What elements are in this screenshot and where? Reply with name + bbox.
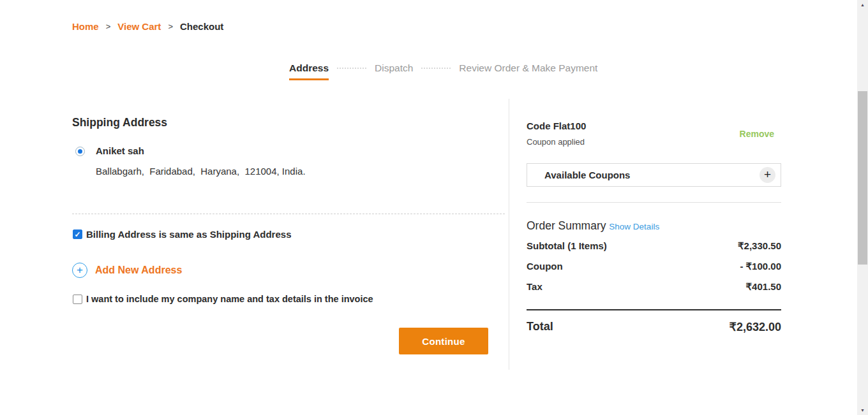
address-text: Ballabgarh, Faridabad, Haryana, 121004, …	[96, 166, 306, 177]
total-value: ₹2,632.00	[729, 320, 781, 334]
step-connector	[421, 68, 451, 69]
summary-row-label: Subtotal (1 Items)	[527, 240, 607, 252]
shipping-section: Shipping Address Aniket sah Ballabgarh, …	[72, 99, 505, 379]
vertical-scrollbar[interactable]: ▲ ▼	[857, 0, 868, 415]
billing-same-checkbox[interactable]: ✓	[73, 229, 82, 239]
summary-row-value: ₹2,330.50	[738, 240, 781, 252]
step-review-payment[interactable]: Review Order & Make Payment	[459, 62, 597, 74]
available-coupons-label: Available Coupons	[544, 170, 630, 180]
total-label: Total	[527, 320, 553, 334]
step-connector	[337, 68, 366, 69]
step-dispatch[interactable]: Dispatch	[375, 62, 413, 74]
summary-row-subtotal: Subtotal (1 Items) ₹2,330.50	[527, 240, 781, 252]
plus-circle-icon: +	[72, 263, 87, 278]
vertical-divider	[509, 99, 509, 370]
order-panel: Code Flat100 Coupon applied Remove Avail…	[527, 99, 781, 379]
continue-button[interactable]: Continue	[399, 328, 488, 354]
address-radio[interactable]	[75, 147, 85, 156]
remove-coupon-link[interactable]: Remove	[740, 129, 774, 139]
company-details-label: I want to include my company name and ta…	[86, 294, 373, 304]
summary-row-coupon: Coupon - ₹100.00	[527, 261, 781, 272]
coupon-code: Code Flat100	[527, 120, 586, 131]
add-new-address-label: Add New Address	[95, 265, 182, 276]
step-address[interactable]: Address	[289, 62, 329, 74]
breadcrumb-checkout: Checkout	[180, 21, 223, 32]
add-new-address-button[interactable]: + Add New Address	[72, 263, 182, 278]
coupon-status: Coupon applied	[527, 137, 585, 147]
total-row: Total ₹2,632.00	[527, 320, 781, 334]
billing-same-row: ✓ Billing Address is same as Shipping Ad…	[73, 229, 291, 240]
available-coupons-button[interactable]: Available Coupons +	[527, 163, 781, 187]
breadcrumb-separator-icon: >	[106, 22, 111, 31]
check-icon: ✓	[74, 231, 80, 238]
total-divider	[527, 309, 781, 310]
expand-plus-icon: +	[760, 167, 775, 183]
summary-row-value: ₹401.50	[746, 281, 781, 293]
summary-row-value: - ₹100.00	[740, 261, 781, 272]
company-details-checkbox[interactable]: ✓	[73, 295, 82, 304]
summary-row-tax: Tax ₹401.50	[527, 281, 781, 293]
summary-row-label: Tax	[527, 281, 542, 293]
scroll-down-icon[interactable]: ▼	[857, 405, 868, 415]
scrollbar-thumb[interactable]	[858, 91, 867, 265]
order-summary-title: Order Summary	[527, 219, 606, 232]
checkout-stepper: Address Dispatch Review Order & Make Pay…	[289, 62, 597, 74]
breadcrumb-separator-icon: >	[168, 22, 173, 31]
checkout-page: Home > View Cart > Checkout Address Disp…	[0, 0, 868, 415]
order-summary-header: Order Summary Show Details	[527, 219, 659, 233]
section-divider	[527, 202, 781, 203]
dashed-divider	[72, 214, 505, 214]
shipping-address-title: Shipping Address	[72, 116, 167, 129]
scroll-up-icon[interactable]: ▲	[857, 0, 868, 10]
breadcrumb-home[interactable]: Home	[72, 21, 99, 32]
summary-row-label: Coupon	[527, 261, 563, 272]
breadcrumb: Home > View Cart > Checkout	[72, 21, 223, 32]
address-name: Aniket sah	[96, 145, 144, 156]
show-details-link[interactable]: Show Details	[609, 222, 659, 231]
breadcrumb-view-cart[interactable]: View Cart	[117, 21, 161, 32]
company-details-row: ✓ I want to include my company name and …	[73, 294, 373, 304]
billing-same-label: Billing Address is same as Shipping Addr…	[86, 229, 291, 240]
